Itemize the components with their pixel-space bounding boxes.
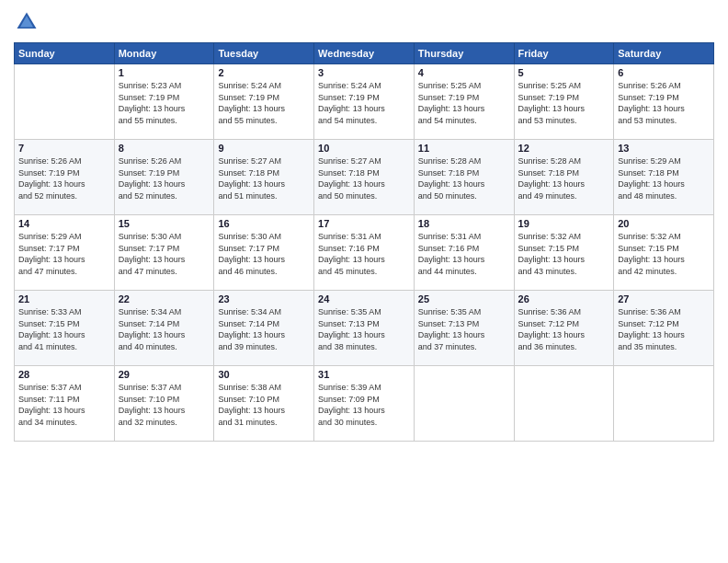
day-number: 26 [518,293,610,304]
weekday-header: Friday [514,43,614,64]
day-number: 23 [218,293,310,304]
day-info: Sunrise: 5:31 AMSunset: 7:16 PMDaylight:… [418,231,510,277]
page-header [14,9,714,35]
day-info: Sunrise: 5:30 AMSunset: 7:17 PMDaylight:… [218,231,310,277]
calendar-cell: 15Sunrise: 5:30 AMSunset: 7:17 PMDayligh… [114,215,214,291]
weekday-header: Sunday [15,43,115,64]
weekday-header: Tuesday [214,43,314,64]
day-number: 25 [418,293,510,304]
day-info: Sunrise: 5:23 AMSunset: 7:19 PMDaylight:… [119,80,210,126]
day-info: Sunrise: 5:24 AMSunset: 7:19 PMDaylight:… [318,80,410,126]
calendar-cell [514,366,614,442]
day-info: Sunrise: 5:30 AMSunset: 7:17 PMDaylight:… [119,231,210,277]
weekday-header: Saturday [614,43,714,64]
day-info: Sunrise: 5:36 AMSunset: 7:12 PMDaylight:… [518,306,610,352]
day-info: Sunrise: 5:29 AMSunset: 7:17 PMDaylight:… [18,231,110,277]
calendar-cell: 4Sunrise: 5:25 AMSunset: 7:19 PMDaylight… [414,64,514,140]
day-info: Sunrise: 5:31 AMSunset: 7:16 PMDaylight:… [318,231,410,277]
day-number: 13 [618,143,710,154]
calendar-week-row: 7Sunrise: 5:26 AMSunset: 7:19 PMDaylight… [15,140,714,215]
day-number: 5 [518,67,610,78]
day-number: 6 [618,67,710,78]
calendar-cell: 12Sunrise: 5:28 AMSunset: 7:18 PMDayligh… [514,140,614,215]
calendar-week-row: 14Sunrise: 5:29 AMSunset: 7:17 PMDayligh… [15,215,714,291]
day-number: 11 [418,143,510,154]
day-number: 8 [119,143,210,154]
day-number: 2 [218,67,310,78]
calendar-cell: 8Sunrise: 5:26 AMSunset: 7:19 PMDaylight… [114,140,214,215]
calendar-cell: 6Sunrise: 5:26 AMSunset: 7:19 PMDaylight… [614,64,714,140]
calendar-cell: 1Sunrise: 5:23 AMSunset: 7:19 PMDaylight… [114,64,214,140]
calendar-cell: 20Sunrise: 5:32 AMSunset: 7:15 PMDayligh… [614,215,714,291]
calendar-cell: 13Sunrise: 5:29 AMSunset: 7:18 PMDayligh… [614,140,714,215]
day-info: Sunrise: 5:32 AMSunset: 7:15 PMDaylight:… [618,231,710,277]
calendar-table: SundayMondayTuesdayWednesdayThursdayFrid… [14,42,714,442]
calendar-cell: 30Sunrise: 5:38 AMSunset: 7:10 PMDayligh… [214,366,314,442]
calendar-cell: 5Sunrise: 5:25 AMSunset: 7:19 PMDaylight… [514,64,614,140]
day-info: Sunrise: 5:35 AMSunset: 7:13 PMDaylight:… [318,306,410,352]
calendar-cell: 19Sunrise: 5:32 AMSunset: 7:15 PMDayligh… [514,215,614,291]
calendar-cell: 9Sunrise: 5:27 AMSunset: 7:18 PMDaylight… [214,140,314,215]
day-info: Sunrise: 5:39 AMSunset: 7:09 PMDaylight:… [318,382,410,428]
calendar-cell: 3Sunrise: 5:24 AMSunset: 7:19 PMDaylight… [314,64,415,140]
calendar-cell: 29Sunrise: 5:37 AMSunset: 7:10 PMDayligh… [114,366,214,442]
day-info: Sunrise: 5:25 AMSunset: 7:19 PMDaylight:… [518,80,610,126]
calendar-cell [614,366,714,442]
calendar-header-row: SundayMondayTuesdayWednesdayThursdayFrid… [15,43,714,64]
day-number: 3 [318,67,410,78]
calendar-week-row: 1Sunrise: 5:23 AMSunset: 7:19 PMDaylight… [15,64,714,140]
calendar-cell: 22Sunrise: 5:34 AMSunset: 7:14 PMDayligh… [114,291,214,366]
calendar-cell: 26Sunrise: 5:36 AMSunset: 7:12 PMDayligh… [514,291,614,366]
day-number: 24 [318,293,410,304]
calendar-cell: 14Sunrise: 5:29 AMSunset: 7:17 PMDayligh… [15,215,115,291]
day-info: Sunrise: 5:36 AMSunset: 7:12 PMDaylight:… [618,306,710,352]
day-number: 31 [318,369,410,380]
day-info: Sunrise: 5:26 AMSunset: 7:19 PMDaylight:… [618,80,710,126]
logo [14,9,43,35]
calendar-cell: 18Sunrise: 5:31 AMSunset: 7:16 PMDayligh… [414,215,514,291]
calendar-cell: 2Sunrise: 5:24 AMSunset: 7:19 PMDaylight… [214,64,314,140]
day-info: Sunrise: 5:28 AMSunset: 7:18 PMDaylight:… [418,155,510,201]
weekday-header: Wednesday [314,43,415,64]
calendar-cell: 11Sunrise: 5:28 AMSunset: 7:18 PMDayligh… [414,140,514,215]
calendar-cell: 16Sunrise: 5:30 AMSunset: 7:17 PMDayligh… [214,215,314,291]
calendar-cell: 10Sunrise: 5:27 AMSunset: 7:18 PMDayligh… [314,140,415,215]
day-info: Sunrise: 5:27 AMSunset: 7:18 PMDaylight:… [218,155,310,201]
day-number: 12 [518,143,610,154]
logo-icon [14,9,40,35]
day-number: 20 [618,218,710,229]
day-number: 18 [418,218,510,229]
day-info: Sunrise: 5:38 AMSunset: 7:10 PMDaylight:… [218,382,310,428]
day-info: Sunrise: 5:26 AMSunset: 7:19 PMDaylight:… [18,155,110,201]
calendar-cell: 28Sunrise: 5:37 AMSunset: 7:11 PMDayligh… [15,366,115,442]
day-number: 7 [18,143,110,154]
calendar-cell: 24Sunrise: 5:35 AMSunset: 7:13 PMDayligh… [314,291,415,366]
day-info: Sunrise: 5:26 AMSunset: 7:19 PMDaylight:… [119,155,210,201]
day-info: Sunrise: 5:25 AMSunset: 7:19 PMDaylight:… [418,80,510,126]
calendar-cell: 7Sunrise: 5:26 AMSunset: 7:19 PMDaylight… [15,140,115,215]
day-number: 21 [18,293,110,304]
day-info: Sunrise: 5:37 AMSunset: 7:10 PMDaylight:… [119,382,210,428]
calendar-cell: 31Sunrise: 5:39 AMSunset: 7:09 PMDayligh… [314,366,415,442]
day-number: 1 [119,67,210,78]
calendar-cell: 25Sunrise: 5:35 AMSunset: 7:13 PMDayligh… [414,291,514,366]
weekday-header: Monday [114,43,214,64]
day-number: 16 [218,218,310,229]
calendar-cell: 23Sunrise: 5:34 AMSunset: 7:14 PMDayligh… [214,291,314,366]
day-number: 17 [318,218,410,229]
day-info: Sunrise: 5:34 AMSunset: 7:14 PMDaylight:… [218,306,310,352]
day-info: Sunrise: 5:35 AMSunset: 7:13 PMDaylight:… [418,306,510,352]
day-info: Sunrise: 5:37 AMSunset: 7:11 PMDaylight:… [18,382,110,428]
day-info: Sunrise: 5:27 AMSunset: 7:18 PMDaylight:… [318,155,410,201]
day-number: 19 [518,218,610,229]
calendar-cell: 21Sunrise: 5:33 AMSunset: 7:15 PMDayligh… [15,291,115,366]
calendar-cell: 17Sunrise: 5:31 AMSunset: 7:16 PMDayligh… [314,215,415,291]
day-info: Sunrise: 5:28 AMSunset: 7:18 PMDaylight:… [518,155,610,201]
day-info: Sunrise: 5:34 AMSunset: 7:14 PMDaylight:… [119,306,210,352]
day-number: 10 [318,143,410,154]
day-info: Sunrise: 5:32 AMSunset: 7:15 PMDaylight:… [518,231,610,277]
day-number: 28 [18,369,110,380]
day-info: Sunrise: 5:33 AMSunset: 7:15 PMDaylight:… [18,306,110,352]
weekday-header: Thursday [414,43,514,64]
day-number: 29 [119,369,210,380]
